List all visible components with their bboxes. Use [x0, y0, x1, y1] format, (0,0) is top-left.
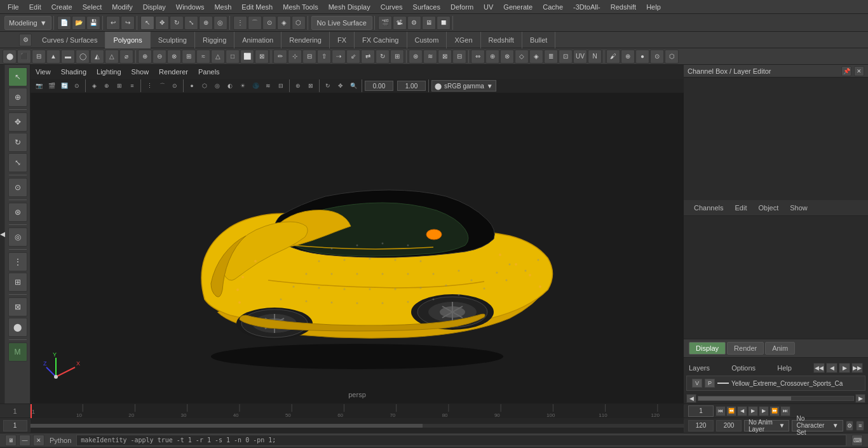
soft-mod-btn[interactable]: ◎ [8, 227, 27, 247]
menu-uv[interactable]: UV [478, 2, 498, 12]
render-current-btn[interactable]: 🎬 [378, 16, 392, 30]
anim-layer-dropdown[interactable]: No Anim Layer ▼ [744, 420, 789, 431]
vp-shaded-btn[interactable]: ● [186, 80, 198, 92]
lasso-btn[interactable]: ⊛ [8, 203, 27, 222]
vp-light-btn[interactable]: ☀ [237, 80, 248, 92]
rotate-btn[interactable]: ↻ [170, 16, 184, 30]
cube-icon-btn[interactable]: ⬛ [17, 50, 31, 64]
vp-zoom-btn[interactable]: 🔍 [348, 80, 359, 92]
uv-btn[interactable]: UV [573, 50, 587, 64]
duplicate-btn[interactable]: ⊕ [485, 50, 499, 64]
render-tab[interactable]: Render [727, 342, 764, 355]
open-file-btn[interactable]: 📂 [72, 16, 86, 30]
layers-scroll-left[interactable]: ◀ [686, 394, 696, 403]
menu-help[interactable]: Help [641, 2, 666, 12]
pyramid-icon-btn[interactable]: △ [105, 50, 119, 64]
tab-redshift[interactable]: Redshift [481, 32, 522, 48]
layers-nav-next[interactable]: ▶▶ [851, 363, 863, 373]
tab-polygons[interactable]: Polygons [105, 32, 150, 48]
snap-grid-btn[interactable]: ⋮ [233, 16, 247, 30]
prism-icon-btn[interactable]: ◭ [90, 50, 104, 64]
sphere-icon-btn[interactable]: ⬤ [3, 50, 17, 64]
xray-btn[interactable]: ⊙ [650, 50, 664, 64]
pinch-btn[interactable]: ⊠ [438, 50, 452, 64]
vp-pan-btn[interactable]: ✥ [335, 80, 346, 92]
tab-curves-surfaces[interactable]: Curves / Surfaces [34, 32, 105, 48]
vp-snap2-btn[interactable]: ⌒ [156, 80, 168, 92]
render-settings-btn[interactable]: ⚙ [407, 16, 421, 30]
menu-edit-mesh[interactable]: Edit Mesh [236, 2, 278, 12]
vp-shadow-btn[interactable]: 🌑 [250, 80, 261, 92]
bridge-btn[interactable]: ⊟ [302, 50, 316, 64]
tabs-settings-btn[interactable]: ⚙ [19, 34, 32, 46]
char-set-dropdown[interactable]: No Character Set ▼ [792, 420, 843, 431]
transform-input1[interactable] [365, 81, 393, 91]
live-surface-button[interactable]: No Live Surface [311, 16, 372, 30]
layer-visibility-btn[interactable]: V [692, 379, 702, 388]
save-file-btn[interactable]: 💾 [86, 16, 100, 30]
next-frame-btn[interactable]: ▶ [759, 406, 769, 416]
vp-isolate-btn[interactable]: ⊛ [292, 80, 304, 92]
flatten-btn[interactable]: ⊟ [452, 50, 466, 64]
paint-select-btn[interactable]: ⊕ [8, 88, 27, 107]
snap-surface-btn[interactable]: ⬡ [292, 16, 306, 30]
snap-pts-btn[interactable]: ⋮ [8, 252, 27, 271]
vp-tumble-btn[interactable]: ↻ [322, 80, 334, 92]
smooth-btn[interactable]: ≈ [196, 50, 210, 64]
channel-box-close-btn[interactable]: ✕ [854, 66, 864, 76]
instance-btn[interactable]: ⊗ [500, 50, 514, 64]
vp-cycle-btn[interactable]: 🔄 [58, 80, 70, 92]
vp-hud-btn[interactable]: ⊟ [275, 80, 287, 92]
triangulate-btn[interactable]: △ [211, 50, 225, 64]
close-window-btn[interactable]: ✕ [33, 435, 44, 446]
show-tab[interactable]: Show [785, 203, 813, 213]
move-btn[interactable]: ✥ [155, 16, 169, 30]
scale-tool-btn[interactable]: ⤡ [8, 153, 27, 172]
separate-btn[interactable]: ⊖ [153, 50, 166, 64]
hardness-btn[interactable]: ⊡ [559, 50, 573, 64]
menu-deform[interactable]: Deform [445, 2, 478, 12]
reduce-btn[interactable]: ⊠ [255, 50, 269, 64]
vp-camera-btn[interactable]: 📷 [33, 80, 44, 92]
append-poly-btn[interactable]: ⊹ [288, 50, 302, 64]
channels-tab[interactable]: Channels [689, 203, 728, 213]
tab-xgen[interactable]: XGen [447, 32, 480, 48]
soft-select-btn[interactable]: ◎ [214, 16, 227, 30]
tab-custom[interactable]: Custom [407, 32, 447, 48]
vp-motion-blur-btn[interactable]: ≋ [262, 80, 274, 92]
vp-menu-renderer[interactable]: Renderer [159, 68, 188, 76]
vp-wire-btn[interactable]: ⬡ [199, 80, 210, 92]
snap-point-btn[interactable]: ⊙ [262, 16, 276, 30]
undo-btn[interactable]: ↩ [106, 16, 120, 30]
vp-grid-btn[interactable]: ⊞ [114, 80, 125, 92]
wireframe-btn[interactable]: ⬡ [665, 50, 679, 64]
merge-btn[interactable]: ⇢ [332, 50, 346, 64]
layers-nav-back[interactable]: ◀ [826, 363, 837, 373]
layers-menu-options[interactable]: Options [731, 364, 756, 372]
minimize-window-btn[interactable]: — [19, 435, 31, 446]
prev-key-btn[interactable]: ⏪ [726, 406, 736, 416]
vp-film-btn[interactable]: 🎬 [46, 80, 57, 92]
plane-icon-btn[interactable]: ▬ [61, 50, 75, 64]
scale-btn[interactable]: ⤡ [184, 16, 198, 30]
anim-tab[interactable]: Anim [765, 342, 795, 355]
object-tab[interactable]: Object [753, 203, 783, 213]
start-frame-input[interactable] [3, 420, 27, 431]
vp-snap3-btn[interactable]: ⊙ [169, 80, 180, 92]
select-tool-btn[interactable]: ↖ [8, 67, 27, 86]
flip-btn[interactable]: ⇄ [361, 50, 375, 64]
go-to-end-btn[interactable]: ⏭ [780, 406, 790, 416]
sculpt-btn[interactable]: ⊛ [409, 50, 423, 64]
vp-menu-show[interactable]: Show [132, 68, 149, 76]
menu-generate[interactable]: Generate [498, 2, 538, 12]
menu-select[interactable]: Select [78, 2, 107, 12]
boolean-btn[interactable]: ⊞ [182, 50, 196, 64]
extract-btn[interactable]: ⊗ [167, 50, 181, 64]
camera-view-btn[interactable]: ⬤ [8, 318, 27, 337]
anim-extra-btn[interactable]: ≡ [856, 421, 864, 431]
show-manip-btn[interactable]: ⊙ [8, 178, 27, 197]
vp-menu-view[interactable]: View [36, 68, 51, 76]
tab-rendering[interactable]: Rendering [281, 32, 330, 48]
mirror-btn[interactable]: ⇔ [471, 50, 485, 64]
left-sidebar-collapse[interactable]: ◀ [0, 65, 5, 404]
